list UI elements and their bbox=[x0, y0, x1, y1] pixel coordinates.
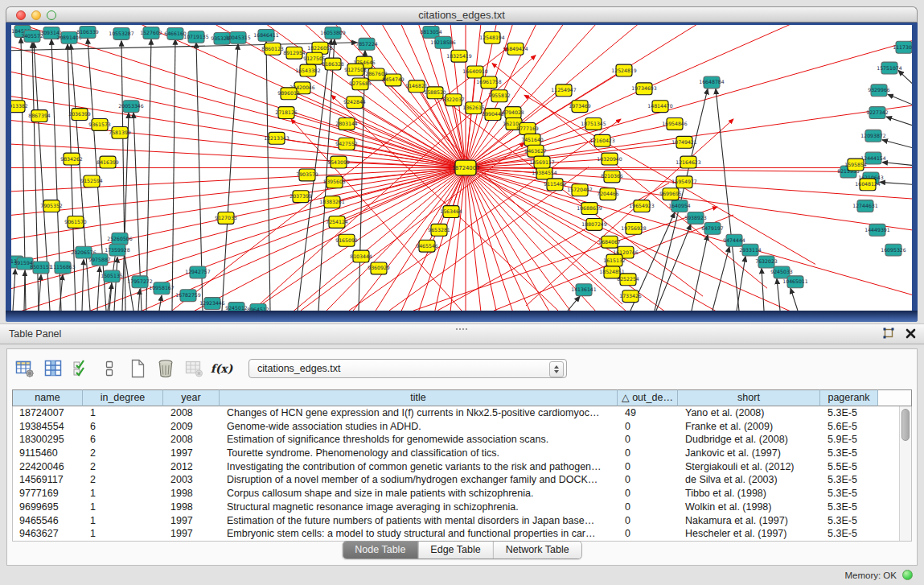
table-row[interactable]: 1830029562008Estimation of significance … bbox=[13, 433, 911, 447]
network-node[interactable]: 14136141 bbox=[571, 284, 597, 296]
column-header-name[interactable]: name bbox=[12, 389, 83, 406]
network-node[interactable]: 8252254 bbox=[617, 274, 639, 286]
cell-title[interactable]: Estimation of the future numbers of pati… bbox=[220, 514, 618, 528]
column-header-out_de[interactable]: △ out_de… bbox=[618, 389, 678, 406]
network-node[interactable]: 14814470 bbox=[647, 101, 673, 113]
cell-pagerank[interactable]: 5.3E-5 bbox=[821, 501, 879, 514]
column-header-in_degree[interactable]: in_degree bbox=[83, 389, 163, 406]
cell-name[interactable]: 9699695 bbox=[13, 501, 84, 514]
network-node[interactable]: 7632023 bbox=[755, 256, 778, 268]
table-vertical-scrollbar[interactable] bbox=[899, 406, 911, 541]
network-node[interactable]: 2803144 bbox=[335, 118, 358, 130]
table-row[interactable]: 946362711997Embryonic stem cells: a mode… bbox=[13, 527, 911, 541]
network-node[interactable]: 9427552 bbox=[335, 138, 358, 150]
network-node[interactable]: 7903579 bbox=[296, 169, 318, 181]
panel-resize-handle[interactable] bbox=[456, 324, 467, 330]
cell-short[interactable]: Tibbo et al. (1998) bbox=[679, 487, 821, 501]
network-node[interactable]: 8395603 bbox=[323, 176, 346, 188]
network-node[interactable]: 12744631 bbox=[852, 200, 878, 212]
network-node[interactable]: 9127508 bbox=[344, 64, 367, 76]
network-node[interactable]: 6479197 bbox=[701, 222, 724, 234]
network-node[interactable]: 10320940 bbox=[597, 153, 622, 165]
network-node[interactable]: 1595854 bbox=[844, 159, 867, 171]
network-node[interactable]: 16543382 bbox=[295, 64, 321, 76]
network-node[interactable]: 9896013 bbox=[277, 88, 300, 100]
network-node[interactable]: 11254947 bbox=[551, 84, 577, 97]
cell-out_de[interactable]: 0 bbox=[618, 460, 679, 474]
cell-year[interactable]: 2012 bbox=[164, 460, 220, 474]
cell-in_degree[interactable]: 6 bbox=[84, 433, 164, 447]
network-node[interactable]: 9975887 bbox=[88, 253, 111, 266]
cell-name[interactable]: 9463627 bbox=[13, 527, 84, 541]
network-node[interactable]: 9152594 bbox=[80, 175, 103, 187]
network-node[interactable]: 9275685 bbox=[349, 78, 372, 90]
network-node[interactable]: 9465546 bbox=[416, 240, 438, 252]
cell-in_degree[interactable]: 1 bbox=[84, 406, 164, 420]
column-header-pagerank[interactable]: pagerank bbox=[820, 389, 878, 406]
cell-name[interactable]: 9777169 bbox=[13, 487, 84, 501]
cell-short[interactable]: Yano et al. (2008) bbox=[679, 406, 821, 420]
select-rows-icon[interactable] bbox=[70, 358, 92, 380]
cell-in_degree[interactable]: 1 bbox=[84, 487, 164, 501]
cell-pagerank[interactable]: 5.3E-5 bbox=[821, 406, 879, 420]
network-node[interactable]: 2036399 bbox=[68, 109, 91, 121]
cell-pagerank[interactable]: 5.3E-5 bbox=[821, 487, 879, 501]
network-node[interactable]: 9242844 bbox=[343, 97, 366, 109]
cell-short[interactable]: Stergiakouli et al. (2012) bbox=[679, 460, 821, 474]
network-node[interactable]: 9777169 bbox=[516, 122, 539, 134]
network-node[interactable]: 10958167 bbox=[149, 282, 175, 295]
network-node[interactable]: 18751345 bbox=[581, 118, 606, 130]
network-node[interactable]: 9834262 bbox=[60, 153, 83, 165]
network-node[interactable]: 5938923 bbox=[684, 212, 707, 225]
network-node[interactable]: 15751074 bbox=[877, 62, 902, 74]
network-node[interactable]: 16053809 bbox=[320, 27, 346, 39]
network-node[interactable]: 7581399 bbox=[109, 126, 131, 138]
cell-pagerank[interactable]: 5.3E-5 bbox=[821, 527, 879, 541]
tab-network-table[interactable]: Network Table bbox=[493, 542, 581, 558]
cell-pagerank[interactable]: 5.3E-5 bbox=[821, 447, 879, 460]
network-node[interactable]: 12923446 bbox=[199, 298, 225, 310]
network-node[interactable]: 8106339 bbox=[76, 26, 99, 38]
cell-year[interactable]: 2003 bbox=[164, 473, 220, 487]
cell-short[interactable]: Jankovic et al. (1997) bbox=[679, 447, 821, 460]
cell-name[interactable]: 18300295 bbox=[13, 433, 84, 447]
network-node[interactable]: 17359928 bbox=[105, 244, 130, 256]
function-builder-icon[interactable]: f(x) bbox=[211, 358, 232, 380]
network-node[interactable]: 1733426 bbox=[619, 290, 642, 303]
table-row[interactable]: 946554611997Estimation of the future num… bbox=[13, 514, 911, 528]
cell-short[interactable]: Franke et al. (2009) bbox=[679, 420, 821, 434]
cell-short[interactable]: Wolkin et al. (1998) bbox=[679, 501, 821, 514]
network-node[interactable]: 2933114 bbox=[739, 244, 762, 256]
column-header-title[interactable]: title bbox=[220, 389, 618, 406]
network-node[interactable]: 8322037 bbox=[442, 94, 465, 106]
column-header-short[interactable]: short bbox=[678, 389, 820, 406]
network-node[interactable]: 10688639 bbox=[577, 203, 602, 215]
network-node[interactable]: 7451640 bbox=[521, 134, 544, 146]
delete-trash-icon[interactable] bbox=[154, 358, 176, 380]
table-row[interactable]: 2242004622012Investigating the contribut… bbox=[13, 460, 911, 474]
cell-short[interactable]: Dudbridge et al. (2008) bbox=[679, 433, 821, 447]
scrollbar-thumb[interactable] bbox=[901, 409, 910, 441]
citation-network-graph[interactable]: 1845311240557230931412089140681063391055… bbox=[11, 25, 912, 311]
cell-title[interactable]: Changes of HCN gene expression and I(f) … bbox=[220, 406, 618, 420]
network-node[interactable]: 10749421 bbox=[671, 136, 697, 148]
network-node[interactable]: 16648784 bbox=[699, 76, 725, 89]
network-node[interactable]: 8103444 bbox=[350, 250, 372, 262]
network-node[interactable]: 12160423 bbox=[589, 134, 615, 146]
network-node[interactable]: 1505135 bbox=[101, 270, 123, 282]
network-node[interactable]: 8416399 bbox=[97, 156, 119, 168]
cell-out_de[interactable]: 49 bbox=[618, 406, 679, 420]
cell-title[interactable]: Genome-wide association studies in ADHD. bbox=[220, 420, 618, 434]
cell-year[interactable]: 2008 bbox=[164, 406, 220, 420]
network-node[interactable]: 16849424 bbox=[503, 43, 528, 55]
network-node[interactable]: 10553287 bbox=[109, 27, 134, 39]
network-node[interactable]: 8503151 bbox=[30, 262, 52, 274]
tab-edge-table[interactable]: Edge Table bbox=[417, 542, 492, 558]
network-node[interactable]: 25260506 bbox=[107, 233, 133, 245]
cell-year[interactable]: 1997 bbox=[164, 447, 220, 460]
network-node[interactable]: 16095326 bbox=[881, 244, 906, 256]
cell-out_de[interactable]: 0 bbox=[618, 527, 679, 541]
network-node[interactable]: 2037399 bbox=[290, 191, 312, 203]
network-node[interactable]: 9699695 bbox=[659, 188, 682, 200]
cell-year[interactable]: 2009 bbox=[164, 420, 220, 434]
